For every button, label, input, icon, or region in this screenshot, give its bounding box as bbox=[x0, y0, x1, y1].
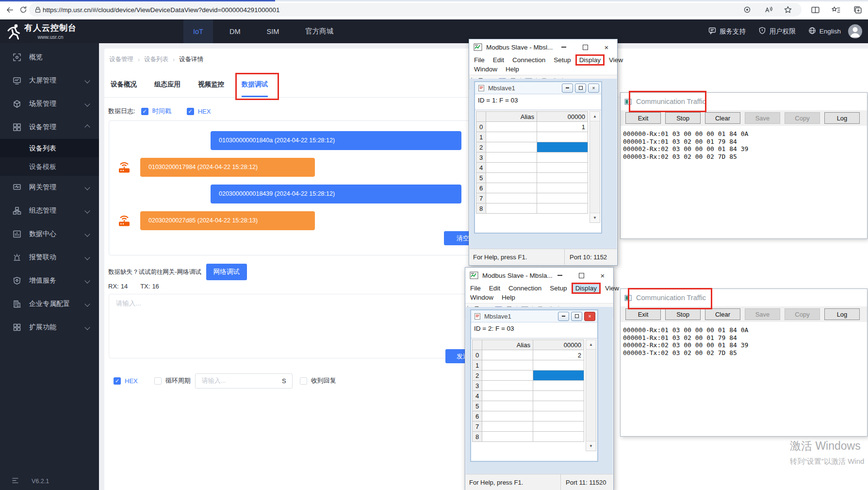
refresh-icon[interactable] bbox=[17, 4, 29, 16]
clear-button[interactable]: Clear bbox=[705, 308, 740, 320]
grid-scrollbar[interactable]: ▲ ▼ bbox=[586, 339, 596, 451]
menu-display[interactable]: Display bbox=[577, 56, 603, 64]
menu-setup[interactable]: Setup bbox=[551, 56, 573, 64]
menu-view[interactable]: View bbox=[606, 56, 625, 64]
grid-cell-alias[interactable] bbox=[486, 183, 537, 193]
header-nav-dm[interactable]: DM bbox=[220, 19, 250, 43]
grid-cell-value[interactable] bbox=[533, 432, 584, 442]
grid-cell-alias[interactable] bbox=[486, 163, 537, 173]
exit-button[interactable]: Exit bbox=[625, 112, 661, 124]
location-icon[interactable] bbox=[741, 4, 753, 16]
close-icon[interactable]: × bbox=[592, 268, 613, 283]
menu-file[interactable]: File bbox=[472, 56, 487, 64]
timestamp-checkbox[interactable]: ✓ bbox=[141, 108, 148, 115]
menu-connection[interactable]: Connection bbox=[510, 56, 548, 64]
grid-cell-value[interactable] bbox=[533, 422, 584, 432]
cycle-interval-input[interactable]: 请输入... S bbox=[195, 373, 293, 389]
sidebar-item-device-list[interactable]: 设备列表 bbox=[0, 139, 99, 157]
grid-cell-value[interactable]: 1 bbox=[537, 122, 588, 132]
favorites-bar-icon[interactable] bbox=[830, 4, 841, 16]
menu-help[interactable]: Help bbox=[503, 65, 522, 73]
grid-cell-alias[interactable] bbox=[482, 350, 533, 360]
menu-view[interactable]: View bbox=[603, 284, 622, 292]
grid-cell-alias[interactable] bbox=[486, 132, 537, 142]
menu-file[interactable]: File bbox=[468, 284, 483, 292]
menu-window[interactable]: Window bbox=[472, 65, 500, 73]
sidebar-item-gateway-mgmt[interactable]: 网关管理 bbox=[0, 176, 99, 199]
grid-cell-value[interactable]: 2 bbox=[533, 350, 584, 360]
exit-button[interactable]: Exit bbox=[625, 308, 661, 320]
timestamp-label[interactable]: 时间戳 bbox=[152, 107, 171, 116]
minimize-icon[interactable] bbox=[558, 312, 569, 321]
menu-display[interactable]: Display bbox=[573, 284, 599, 292]
read-aloud-icon[interactable] bbox=[763, 4, 774, 16]
scroll-up-icon[interactable]: ▲ bbox=[590, 112, 600, 121]
sidebar-item-scada-mgmt[interactable]: 组态管理 bbox=[0, 199, 99, 222]
scroll-down-icon[interactable]: ▼ bbox=[590, 213, 600, 222]
clear-button[interactable]: Clear bbox=[705, 112, 740, 124]
log-button[interactable]: Log bbox=[824, 112, 860, 124]
url-text[interactable]: https://mp.usr.cn/#/cloud/device/ViewDev… bbox=[43, 6, 279, 14]
grid-cell-alias[interactable] bbox=[482, 381, 533, 391]
breadcrumb-device-list[interactable]: 设备列表 bbox=[144, 55, 168, 64]
sidebar-item-data-center[interactable]: 数据中心 bbox=[0, 222, 99, 246]
sidebar-item-alarm-linkage[interactable]: 报警联动 bbox=[0, 246, 99, 269]
hex-send-label[interactable]: HEX bbox=[125, 377, 138, 385]
back-icon[interactable] bbox=[4, 4, 16, 16]
close-icon[interactable]: × bbox=[596, 39, 617, 55]
grid-cell-alias[interactable] bbox=[486, 193, 537, 203]
sidebar-item-device-template[interactable]: 设备模板 bbox=[0, 157, 99, 176]
grid-cell-alias[interactable] bbox=[482, 371, 533, 381]
menu-edit[interactable]: Edit bbox=[487, 284, 503, 292]
grid-cell-value[interactable] bbox=[533, 411, 584, 422]
minimize-icon[interactable] bbox=[553, 39, 574, 55]
close-icon[interactable]: × bbox=[584, 312, 595, 321]
close-icon[interactable]: × bbox=[588, 84, 599, 93]
tab-1[interactable]: 组态应用 bbox=[154, 72, 180, 97]
log-button[interactable]: Log bbox=[824, 308, 860, 320]
menu-edit[interactable]: Edit bbox=[491, 56, 507, 64]
scroll-up-icon[interactable]: ▲ bbox=[586, 340, 596, 350]
grid-cell-value[interactable] bbox=[537, 173, 588, 183]
cycle-label[interactable]: 循环周期 bbox=[165, 376, 191, 385]
grid-cell-alias[interactable] bbox=[482, 360, 533, 371]
sidebar-item-enterprise-config[interactable]: 企业专属配置 bbox=[0, 292, 99, 316]
window-titlebar[interactable]: Modbus Slave - Mbsl... × bbox=[469, 39, 617, 55]
grid-cell-value[interactable] bbox=[537, 132, 588, 142]
minimize-icon[interactable] bbox=[549, 268, 571, 283]
collections-icon[interactable] bbox=[852, 4, 863, 16]
window-titlebar[interactable]: Modbus Slave - Mbsla... × bbox=[465, 268, 613, 283]
grid-cell-value[interactable] bbox=[537, 163, 588, 173]
menu-setup[interactable]: Setup bbox=[547, 284, 569, 292]
menu-help[interactable]: Help bbox=[499, 293, 518, 302]
hex-filter-label[interactable]: HEX bbox=[198, 108, 211, 115]
grid-cell-alias[interactable] bbox=[482, 411, 533, 422]
grid-cell-alias[interactable] bbox=[486, 173, 537, 183]
grid-cell-value[interactable] bbox=[533, 401, 584, 411]
grid-cell-value[interactable] bbox=[537, 142, 588, 152]
header-action-English[interactable]: English bbox=[808, 27, 841, 36]
menu-connection[interactable]: Connection bbox=[506, 284, 544, 292]
tab-2[interactable]: 视频监控 bbox=[198, 72, 224, 97]
maximize-icon[interactable] bbox=[571, 268, 592, 283]
breadcrumb-device-mgmt[interactable]: 设备管理 bbox=[109, 55, 133, 64]
split-screen-icon[interactable] bbox=[809, 4, 821, 16]
collapse-sidebar-icon[interactable] bbox=[12, 477, 19, 485]
document-titlebar[interactable]: Mbslave1 × bbox=[475, 82, 601, 94]
reply-label[interactable]: 收到回复 bbox=[311, 376, 336, 385]
grid-cell-value[interactable] bbox=[537, 152, 588, 163]
grid-cell-value[interactable] bbox=[533, 371, 584, 381]
grid-cell-value[interactable] bbox=[533, 381, 584, 391]
header-nav-官方商城[interactable]: 官方商城 bbox=[295, 19, 343, 43]
grid-cell-value[interactable] bbox=[537, 203, 588, 214]
stop-button[interactable]: Stop bbox=[665, 112, 701, 124]
header-nav-sim[interactable]: SIM bbox=[257, 19, 289, 43]
scroll-down-icon[interactable]: ▼ bbox=[586, 441, 596, 451]
sidebar-item-value-added-service[interactable]: 增值服务 bbox=[0, 269, 99, 292]
restore-icon[interactable] bbox=[575, 84, 586, 93]
grid-cell-alias[interactable] bbox=[486, 122, 537, 132]
grid-cell-alias[interactable] bbox=[482, 432, 533, 442]
hex-send-checkbox[interactable]: ✓ bbox=[114, 377, 121, 385]
restore-icon[interactable] bbox=[571, 312, 582, 321]
header-nav-iot[interactable]: IoT bbox=[183, 19, 213, 43]
